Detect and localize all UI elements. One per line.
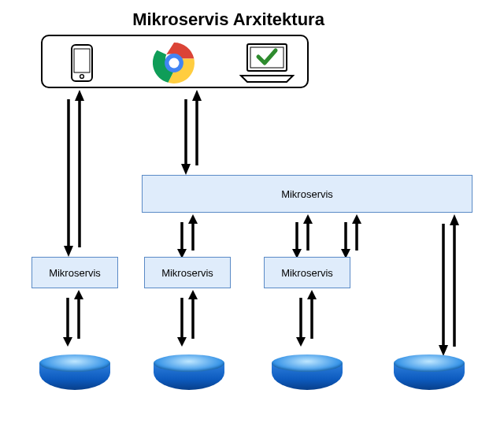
svg-marker-13 (181, 164, 191, 175)
diagram-title: Mikroservis Arxitektura (0, 9, 504, 30)
gateway-label: Mikroservis (281, 188, 333, 200)
service-label: Mikroservis (281, 267, 333, 279)
svg-marker-43 (307, 290, 317, 299)
svg-marker-19 (188, 214, 198, 224)
laptop-check-icon (239, 43, 295, 84)
service-box-3: Mikroservis (264, 257, 350, 288)
bidir-arrow-svc3-db3-icon (294, 290, 321, 350)
svg-marker-41 (296, 337, 306, 347)
chrome-icon (153, 42, 195, 84)
svg-rect-1 (74, 49, 90, 72)
bidir-arrow-gateway-svc1-icon (175, 214, 202, 262)
service-box-1: Mikroservis (32, 257, 118, 288)
service-box-2: Mikroservis (144, 257, 231, 288)
bidir-arrow-client-gateway-icon (178, 90, 206, 178)
svg-marker-31 (450, 214, 459, 225)
svg-marker-11 (75, 90, 84, 101)
phone-icon (71, 44, 93, 82)
bidir-arrow-client-left-icon (61, 90, 89, 260)
svg-marker-37 (177, 337, 187, 347)
bidir-arrow-svc2-db2-icon (175, 290, 202, 350)
bidir-arrow-gateway-svc3-icon (339, 214, 365, 262)
database-icon-1 (39, 354, 110, 390)
svg-point-5 (169, 58, 180, 69)
svg-marker-9 (64, 246, 73, 257)
svg-marker-15 (192, 90, 202, 101)
client-layer-box (41, 35, 309, 88)
database-icon-4 (394, 354, 465, 390)
svg-marker-33 (63, 337, 72, 347)
bidir-arrow-gateway-svc2-icon (290, 214, 317, 262)
bidir-arrow-gateway-db4-icon (435, 214, 464, 359)
gateway-box: Mikroservis (142, 175, 472, 213)
database-icon-3 (272, 354, 343, 390)
service-label: Mikroservis (161, 267, 213, 279)
svg-marker-27 (352, 214, 361, 224)
database-icon-2 (154, 354, 224, 390)
svg-marker-23 (303, 214, 313, 224)
svg-marker-35 (74, 290, 83, 299)
service-label: Mikroservis (49, 267, 101, 279)
svg-marker-39 (188, 290, 198, 299)
bidir-arrow-svc1-db1-icon (61, 290, 87, 350)
